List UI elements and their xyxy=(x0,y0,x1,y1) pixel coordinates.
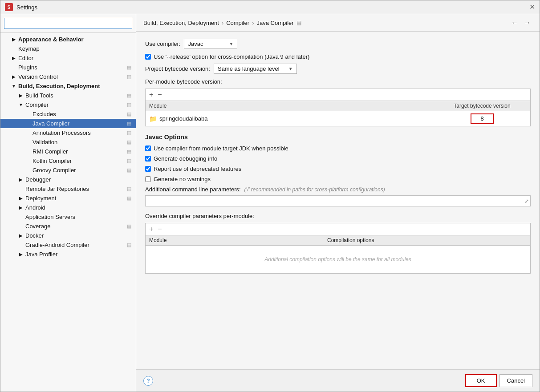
compiler-dropdown[interactable]: Javac ▼ xyxy=(184,39,237,49)
sidebar-item-coverage[interactable]: Coverage ▤ xyxy=(0,222,136,231)
override-col-module: Module xyxy=(149,237,327,243)
help-button[interactable]: ? xyxy=(143,376,153,386)
override-label: Override compiler parameters per-module: xyxy=(145,213,531,219)
sidebar-item-label: Coverage xyxy=(25,223,50,230)
release-option-checkbox[interactable] xyxy=(145,54,151,60)
sidebar-item-remote-jar[interactable]: Remote Jar Repositories ▤ xyxy=(0,184,136,194)
cb3-label: Report use of deprecated features xyxy=(154,166,241,172)
sidebar-item-android[interactable]: ▶ Android xyxy=(0,203,136,212)
per-module-table: + − Module Target bytecode version 📁 spr… xyxy=(145,89,531,126)
sidebar-item-kotlin-compiler[interactable]: Kotlin Compiler ▤ xyxy=(0,156,136,166)
title-bar: S Settings ✕ xyxy=(0,0,540,14)
sidebar-item-compiler[interactable]: ▼ Compiler ▤ xyxy=(0,100,136,109)
cb4-label: Generate no warnings xyxy=(154,176,211,182)
sidebar-item-label: Android xyxy=(25,204,45,211)
page-badge: ▤ xyxy=(127,65,131,70)
sidebar-item-java-compiler[interactable]: Java Compiler ▤ xyxy=(0,119,136,128)
page-badge: ▤ xyxy=(127,242,131,248)
page-badge: ▤ xyxy=(127,139,131,145)
sidebar-item-appearance[interactable]: ▶ Appearance & Behavior xyxy=(0,35,136,44)
sidebar-item-rmi-compiler[interactable]: RMI Compiler ▤ xyxy=(0,147,136,156)
sidebar-item-annotation-processors[interactable]: Annotation Processors ▤ xyxy=(0,128,136,137)
settings-window: S Settings ✕ ▶ Appearance & Behavior Key… xyxy=(0,0,540,392)
sidebar-item-plugins[interactable]: Plugins ▤ xyxy=(0,63,136,72)
sidebar-item-label: Java Compiler xyxy=(32,120,69,127)
cb3-checkbox[interactable] xyxy=(145,166,151,172)
page-badge: ▤ xyxy=(127,102,131,108)
override-table-header: Module Compilation options xyxy=(146,235,530,246)
arrow-icon: ▼ xyxy=(11,84,16,89)
sidebar-tree: ▶ Appearance & Behavior Keymap ▶ Editor … xyxy=(0,33,136,392)
sidebar-item-label: Version Control xyxy=(18,73,58,80)
sidebar-item-deployment[interactable]: ▶ Deployment ▤ xyxy=(0,194,136,203)
compiler-value: Javac xyxy=(188,40,203,47)
sidebar-item-app-servers[interactable]: Application Servers xyxy=(0,212,136,222)
add-module-button[interactable]: + xyxy=(148,91,154,99)
cb4-checkbox[interactable] xyxy=(145,176,151,182)
sidebar-item-keymap[interactable]: Keymap xyxy=(0,44,136,53)
sidebar-item-label: Annotation Processors xyxy=(32,129,91,136)
forward-button[interactable]: → xyxy=(522,19,532,27)
sidebar-item-excludes[interactable]: Excludes ▤ xyxy=(0,109,136,119)
arrow-icon: ▶ xyxy=(18,205,24,210)
bytecode-dropdown[interactable]: Same as language level ▼ xyxy=(214,64,297,74)
arrow-icon: ▶ xyxy=(11,56,16,61)
dropdown-arrow-icon: ▼ xyxy=(229,41,234,46)
dropdown-arrow-icon: ▼ xyxy=(288,66,293,71)
cb1-checkbox[interactable] xyxy=(145,145,151,151)
sidebar-item-label: Application Servers xyxy=(25,214,75,220)
per-module-toolbar: + − xyxy=(146,89,530,101)
sidebar-item-label: Build Tools xyxy=(25,92,53,99)
search-input[interactable] xyxy=(4,18,132,29)
sidebar-item-gradle-android[interactable]: Gradle-Android Compiler ▤ xyxy=(0,240,136,250)
page-badge: ▤ xyxy=(127,186,131,192)
sidebar-item-label: Excludes xyxy=(32,111,56,117)
release-option-label: Use '--release' option for cross-compila… xyxy=(154,53,309,60)
sidebar-item-version-control[interactable]: ▶ Version Control ▤ xyxy=(0,72,136,81)
cb2-label: Generate debugging info xyxy=(154,155,217,162)
use-compiler-label: Use compiler: xyxy=(145,40,180,47)
remove-override-button[interactable]: − xyxy=(157,225,162,233)
search-box xyxy=(0,14,136,33)
sidebar-item-label: Plugins xyxy=(18,64,37,71)
cb2-checkbox[interactable] xyxy=(145,156,151,162)
module-name: springcloudalibaba xyxy=(159,115,438,122)
sidebar-item-label: Remote Jar Repositories xyxy=(25,186,89,192)
sidebar-item-debugger[interactable]: ▶ Debugger xyxy=(0,175,136,184)
override-table: + − Module Compilation options Additiona… xyxy=(145,223,531,274)
back-button[interactable]: ← xyxy=(509,19,520,27)
sidebar-item-label: Validation xyxy=(32,139,57,145)
add-override-button[interactable]: + xyxy=(148,225,154,233)
cancel-button[interactable]: Cancel xyxy=(499,374,532,387)
expand-icon[interactable]: ⤢ xyxy=(524,198,529,204)
sidebar-item-editor[interactable]: ▶ Editor xyxy=(0,53,136,63)
close-button[interactable]: ✕ xyxy=(529,4,535,11)
sidebar-item-label: RMI Compiler xyxy=(32,148,68,155)
override-col-comp: Compilation options xyxy=(327,237,527,243)
page-badge: ▤ xyxy=(127,149,131,154)
cb2-row: Generate debugging info xyxy=(145,155,531,162)
page-badge: ▤ xyxy=(127,111,131,117)
version-cell: 8 xyxy=(438,113,527,124)
override-empty-message: Additional compilation options will be t… xyxy=(146,246,530,273)
sidebar-item-build-tools[interactable]: ▶ Build Tools ▤ xyxy=(0,91,136,100)
main-panel: Build, Execution, Deployment › Compiler … xyxy=(136,14,540,392)
sidebar-item-java-profiler[interactable]: ▶ Java Profiler xyxy=(0,250,136,259)
page-badge: ▤ xyxy=(127,158,131,164)
page-badge: ▤ xyxy=(127,130,131,136)
bottom-bar: ? OK Cancel xyxy=(136,369,540,392)
ok-button[interactable]: OK xyxy=(465,374,497,387)
remove-module-button[interactable]: − xyxy=(157,91,162,99)
sidebar-item-docker[interactable]: ▶ Docker xyxy=(0,231,136,240)
bytecode-version-row: Project bytecode version: Same as langua… xyxy=(145,64,531,74)
arrow-icon: ▶ xyxy=(18,196,24,201)
cmd-params-input[interactable] xyxy=(145,195,531,206)
sidebar-item-validation[interactable]: Validation ▤ xyxy=(0,137,136,147)
sidebar-item-label: Build, Execution, Deployment xyxy=(18,83,100,89)
breadcrumb: Build, Execution, Deployment › Compiler … xyxy=(136,14,540,32)
sidebar-item-label: Appearance & Behavior xyxy=(18,36,84,43)
window-title: Settings xyxy=(16,4,37,11)
breadcrumb-part1: Build, Execution, Deployment xyxy=(143,20,219,26)
sidebar-item-build-execution[interactable]: ▼ Build, Execution, Deployment xyxy=(0,81,136,91)
sidebar-item-groovy-compiler[interactable]: Groovy Compiler ▤ xyxy=(0,166,136,175)
